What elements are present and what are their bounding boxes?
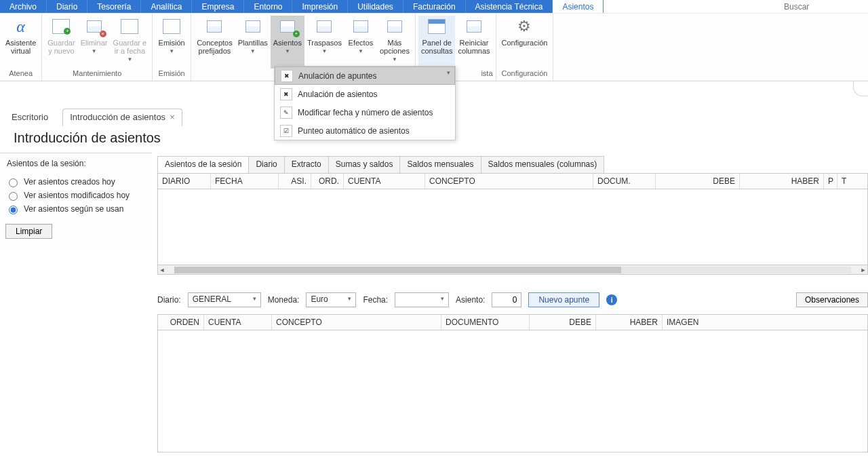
menu-asientos[interactable]: Asientos [553, 0, 604, 13]
menu-entorno[interactable]: Entorno [244, 0, 292, 13]
dropdown-modificar[interactable]: ✎ Modificar fecha y número de asientos [275, 103, 455, 121]
menu-tesoreria[interactable]: Tesorería [87, 0, 141, 13]
gear-icon: ⚙ [513, 17, 535, 36]
menu-utilidades[interactable]: Utilidades [348, 0, 403, 13]
tab-escritorio[interactable]: Escritorio [4, 109, 56, 126]
search-input[interactable] [780, 0, 868, 13]
col-concepto[interactable]: CONCEPTO [425, 174, 593, 189]
mas-opciones-button[interactable]: Más opciones ▼ [377, 16, 412, 69]
panel-consultas-button[interactable]: Panel de consultas [418, 16, 455, 69]
col-haber[interactable]: HABER [740, 174, 824, 189]
label: Efectos [349, 39, 374, 47]
dropcaret: ▼ [392, 56, 397, 64]
col2-documento[interactable]: DOCUMENTO [441, 315, 530, 330]
scroll-track[interactable] [174, 267, 851, 273]
guardar-ir-fecha-button[interactable]: Guardar e ir a fecha ▼ [111, 16, 150, 69]
menu-asistencia[interactable]: Asistencia Técnica [466, 0, 553, 13]
tab-introduccion[interactable]: Introducción de asientos× [62, 109, 182, 126]
col-cuenta[interactable]: CUENTA [344, 174, 425, 189]
col-t[interactable]: T [837, 174, 851, 189]
diario-label: Diario: [157, 295, 181, 305]
ribbon-group-emision: Emisión ▼ Emisión [153, 14, 191, 81]
conceptos-prefijados-button[interactable]: Conceptos prefijados [194, 16, 235, 69]
guardar-y-nuevo-button[interactable]: + Guardar y nuevo [45, 16, 77, 69]
col-fecha[interactable]: FECHA [211, 174, 279, 189]
col2-debe[interactable]: DEBE [530, 315, 596, 330]
ribbon-group-atenea: α Asistente virtual Atenea [0, 14, 42, 81]
col2-orden[interactable]: ORDEN [158, 315, 204, 330]
configuracion-button[interactable]: ⚙ Configuración [499, 16, 551, 69]
label: Panel de [422, 39, 451, 47]
itab-extracto[interactable]: Extracto [284, 156, 329, 173]
dropdown-anulacion-apuntes[interactable]: ✖ Anulación de apuntes [275, 66, 455, 85]
modificar-icon: ✎ [280, 107, 292, 119]
anul-asientos-icon: ✖ [280, 88, 292, 100]
menu-archivo[interactable]: Archivo [0, 0, 47, 13]
label: opciones [380, 47, 410, 55]
emision-button[interactable]: Emisión ▼ [155, 16, 188, 69]
col-debe[interactable]: DEBE [656, 174, 740, 189]
asientos-button[interactable]: + Asientos ▼ [271, 16, 304, 69]
dropdown-anulacion-asientos[interactable]: ✖ Anulación de asientos [275, 85, 455, 103]
label: Ver asientos modificados hoy [24, 191, 130, 200]
fecha-select[interactable] [395, 292, 449, 307]
scroll-thumb[interactable] [174, 267, 621, 273]
observaciones-button[interactable]: Observaciones [796, 292, 868, 307]
itab-sumas-saldos[interactable]: Sumas y saldos [328, 156, 401, 173]
horizontal-scrollbar[interactable]: ◄ ► [157, 265, 868, 275]
label: Modificar fecha y número de asientos [298, 108, 433, 117]
radio-modificados-hoy[interactable]: Ver asientos modificados hoy [5, 190, 146, 201]
itab-asientos-sesion[interactable]: Asientos de la sesión [157, 156, 249, 173]
traspasos-icon [313, 17, 335, 36]
col-docum[interactable]: DOCUM. [593, 174, 656, 189]
menu-facturacion[interactable]: Facturación [403, 0, 466, 13]
itab-diario[interactable]: Diario [248, 156, 284, 173]
label: y nuevo [48, 47, 75, 55]
inner-tabs: Asientos de la sesión Diario Extracto Su… [157, 156, 868, 173]
eliminar-button[interactable]: × Eliminar ▼ [78, 16, 111, 69]
scroll-left-arrow[interactable]: ◄ [158, 267, 166, 273]
scroll-right-arrow[interactable]: ► [859, 267, 867, 273]
col-ord[interactable]: ORD. [311, 174, 344, 189]
col2-concepto[interactable]: CONCEPTO [272, 315, 441, 330]
traspasos-button[interactable]: Traspasos ▼ [304, 16, 344, 69]
panel-icon [426, 17, 448, 36]
moneda-label: Moneda: [268, 295, 300, 305]
label: ir a fecha [115, 47, 145, 55]
menu-empresa[interactable]: Empresa [192, 0, 244, 13]
mas-opciones-icon [384, 17, 406, 36]
plantillas-button[interactable]: Plantillas ▼ [235, 16, 271, 69]
dropcaret: ▼ [169, 47, 174, 56]
nuevo-apunte-button[interactable]: Nuevo apunte [528, 292, 599, 307]
itab-saldos-mensuales-col[interactable]: Saldos mensuales (columnas) [481, 156, 605, 173]
reiniciar-columnas-button[interactable]: Reiniciar columnas [455, 16, 492, 69]
radio-creados-hoy[interactable]: Ver asientos creados hoy [5, 176, 146, 187]
side-header: Asientos de la sesión: [5, 157, 146, 174]
dropdown-punteo[interactable]: ☑ Punteo automático de asientos [275, 121, 455, 140]
moneda-select[interactable]: Euro [306, 292, 356, 307]
col2-imagen[interactable]: IMAGEN [663, 315, 867, 330]
asistente-virtual-button[interactable]: α Asistente virtual [3, 16, 39, 69]
menu-diario[interactable]: Diario [47, 0, 87, 13]
col2-cuenta[interactable]: CUENTA [204, 315, 272, 330]
dropcaret: ▼ [358, 47, 363, 56]
col-asi[interactable]: ASI. [279, 174, 311, 189]
label: Guardar [47, 39, 75, 47]
asiento-input[interactable] [492, 292, 521, 307]
col-diario[interactable]: DIARIO [158, 174, 211, 189]
limpiar-button[interactable]: Limpiar [5, 224, 52, 239]
menu-analitica[interactable]: Analítica [141, 0, 192, 13]
efectos-button[interactable]: Efectos ▼ [344, 16, 377, 69]
close-icon[interactable]: × [170, 112, 175, 122]
alpha-icon: α [10, 17, 32, 36]
radio-segun-usan[interactable]: Ver asientos según se usan [5, 204, 146, 214]
info-icon[interactable]: i [606, 294, 617, 305]
entry-form-row: Diario: GENERAL Moneda: Euro Fecha: Asie… [157, 292, 868, 307]
menu-impresion[interactable]: Impresión [292, 0, 348, 13]
col-p[interactable]: P [824, 174, 837, 189]
label: Eliminar [81, 39, 108, 47]
col2-haber[interactable]: HABER [596, 315, 663, 330]
panel-edge-circle [853, 81, 868, 96]
itab-saldos-mensuales[interactable]: Saldos mensuales [399, 156, 481, 173]
diario-select[interactable]: GENERAL [188, 292, 261, 307]
